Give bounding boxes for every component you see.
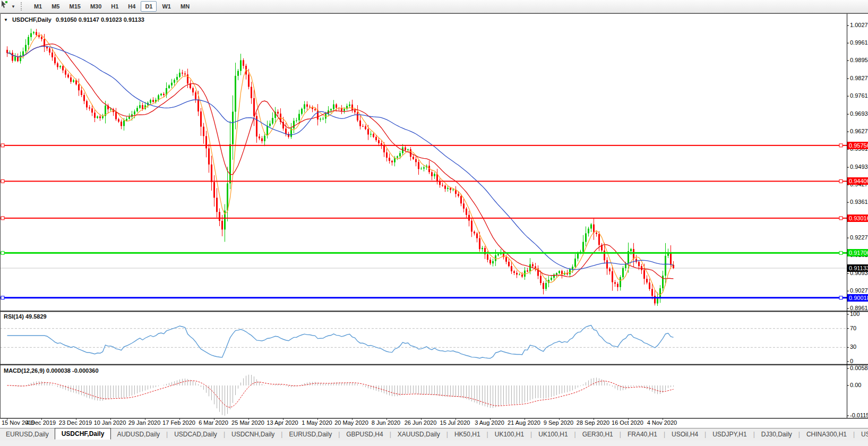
price-level-badge: 0.91706: [847, 249, 868, 256]
price-axis-label: 0.93610: [850, 199, 868, 205]
chart-tab-17[interactable]: USOil,H1: [855, 430, 868, 439]
horizontal-level-line-3[interactable]: [0, 252, 847, 254]
date-axis-label: 8 Jun 2020: [372, 419, 400, 426]
date-axis-label: 15 Jul 2020: [440, 419, 470, 426]
chart-tab-bar: EURUSD,DailyUSDCHF,DailyAUDUSD,Daily|USD…: [0, 428, 868, 440]
line-handle-icon[interactable]: [839, 296, 843, 299]
date-axis-label: 28 Sep 2020: [577, 419, 609, 426]
chart-tab-7[interactable]: XAUUSD,Daily: [392, 430, 446, 439]
date-axis-label: 6 Mar 2020: [199, 419, 228, 426]
chart-tab-5[interactable]: EURUSD,Daily: [283, 430, 338, 439]
rsi-axis-label: 30: [850, 344, 856, 350]
current-price-badge: 0.91133: [847, 264, 868, 272]
price-axis-label: 0.99610: [850, 39, 868, 46]
chart-tab-12[interactable]: FRA40,H1: [622, 430, 663, 439]
symbol-period-label: USDCHF,Daily: [12, 16, 51, 23]
date-axis-label: 25 Mar 2020: [231, 419, 264, 426]
chart-tab-9[interactable]: UK100,H1: [489, 430, 530, 439]
date-axis-label: 13 Apr 2020: [267, 419, 298, 426]
line-handle-icon[interactable]: [839, 217, 843, 220]
price-axis-label: 0.92270: [850, 234, 868, 241]
price-chart-canvas[interactable]: [0, 0, 868, 446]
ohlc-values-label: 0.91050 0.91147 0.91023 0.91133: [56, 16, 144, 23]
line-handle-icon[interactable]: [839, 251, 843, 254]
line-handle-icon[interactable]: [1, 144, 4, 147]
horizontal-level-line-4[interactable]: [0, 297, 847, 298]
date-axis-label: 21 Aug 2020: [508, 419, 540, 426]
date-axis-label: 17 Feb 2020: [162, 419, 195, 426]
date-axis-label: 23 Dec 2019: [59, 419, 92, 426]
price-axis-label: 0.90270: [850, 287, 868, 294]
pane-divider[interactable]: [0, 311, 868, 312]
line-handle-icon[interactable]: [1, 251, 4, 254]
date-axis-label: 16 Oct 2020: [612, 419, 643, 426]
chart-tab-16[interactable]: CHINA300,H1: [801, 430, 853, 439]
mt4-window: ▼ M1M5M15M30H1H4D1W1MN ▼ USDCHF,Daily 0.…: [0, 0, 868, 446]
chart-tab-2[interactable]: AUDUSD,Daily: [111, 430, 166, 439]
horizontal-level-line-1[interactable]: [0, 181, 847, 182]
price-level-badge: 0.93016: [847, 215, 868, 222]
rsi-axis-label: 70: [850, 325, 856, 332]
chart-tab-8[interactable]: HK50,H1: [449, 430, 486, 439]
macd-axis-label: -0.01151: [850, 412, 868, 419]
chart-tab-13[interactable]: USOil,H4: [666, 430, 704, 439]
chart-tab-0[interactable]: EURUSD,Daily: [0, 430, 55, 439]
rsi-indicator-label: RSI(14) 49.5829: [4, 313, 47, 320]
rsi-axis-label: 0: [850, 358, 853, 365]
chart-tab-11[interactable]: GER30,H1: [577, 430, 619, 439]
chart-title: ▼ USDCHF,Daily 0.91050 0.91147 0.91023 0…: [4, 16, 144, 23]
price-axis-label: 0.98270: [850, 75, 868, 82]
line-handle-icon[interactable]: [839, 179, 843, 183]
date-axis-label: 20 May 2020: [334, 419, 368, 426]
line-handle-icon[interactable]: [1, 296, 4, 299]
date-axis-label: 10 Jan 2020: [94, 419, 126, 426]
symbol-collapse-caret-icon[interactable]: ▼: [4, 18, 8, 22]
price-axis-label: 0.98950: [850, 57, 868, 64]
date-axis-label: 26 Jun 2020: [405, 419, 437, 426]
chart-tab-10[interactable]: UK100,H1: [532, 430, 573, 439]
chart-tab-6[interactable]: GBPUSD,H4: [340, 430, 389, 439]
chart-tab-4[interactable]: USDCNH,Daily: [226, 430, 280, 439]
price-axis-label: 0.97610: [850, 92, 868, 99]
chart-tab-15[interactable]: DJ30,Daily: [755, 430, 798, 439]
pane-divider[interactable]: [0, 364, 868, 365]
date-axis-label: 4 Dec 2019: [26, 419, 56, 426]
chart-tab-1[interactable]: USDCHF,Daily: [55, 428, 111, 440]
rsi-axis-label: 100: [850, 311, 860, 318]
chart-tab-14[interactable]: USDJPY,H1: [707, 430, 752, 439]
date-axis-label: 29 Jan 2020: [128, 419, 161, 426]
price-axis-label: 0.94930: [850, 164, 868, 170]
macd-indicator-label: MACD(12,26,9) 0.000038 -0.000360: [4, 367, 99, 374]
macd-axis-label: 0.00: [850, 382, 861, 389]
price-level-badge: 0.94406: [847, 177, 868, 185]
price-axis-label: 0.96930: [850, 110, 868, 117]
line-handle-icon[interactable]: [1, 179, 4, 183]
horizontal-level-line-0[interactable]: [0, 145, 847, 146]
price-level-badge: 0.95756: [847, 142, 868, 149]
horizontal-level-line-2[interactable]: [0, 218, 847, 219]
date-axis-label: 4 Nov 2020: [647, 419, 677, 426]
price-axis-label: 1.00270: [850, 22, 868, 29]
line-handle-icon[interactable]: [839, 144, 843, 147]
macd-axis-label: 0.005818: [850, 365, 868, 372]
price-level-badge: 0.90018: [847, 294, 868, 302]
price-axis-label: 0.96270: [850, 128, 868, 135]
date-axis-label: 1 May 2020: [302, 419, 332, 426]
date-axis-label: 3 Aug 2020: [475, 419, 504, 426]
chart-tab-3[interactable]: USDCAD,Daily: [168, 430, 223, 439]
line-handle-icon[interactable]: [1, 217, 4, 220]
date-axis-label: 9 Sep 2020: [544, 419, 573, 426]
